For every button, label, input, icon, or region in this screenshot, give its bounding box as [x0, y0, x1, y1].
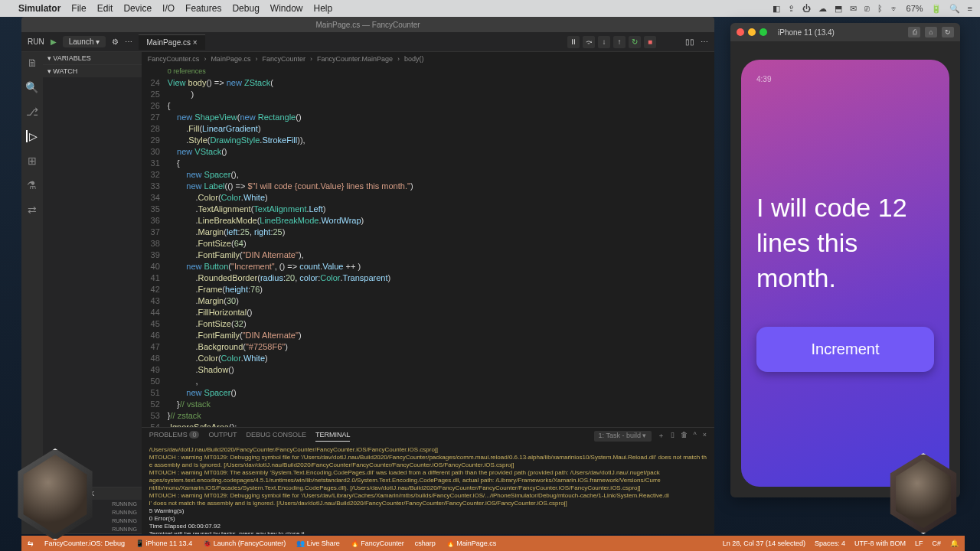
menu-help[interactable]: Help	[314, 3, 333, 14]
debug-stop-icon[interactable]: ■	[644, 36, 656, 48]
status-file[interactable]: 🔥 MainPage.cs	[446, 540, 497, 547]
breadcrumb[interactable]: FancyCounter.cs › MainPage.cs › FancyCou…	[142, 52, 714, 66]
status-launch[interactable]: 🐞 Launch (FancyCounter)	[203, 540, 286, 547]
debug-pause-icon[interactable]: ⏸	[567, 36, 580, 48]
tray-menu-icon[interactable]: ≡	[968, 4, 972, 13]
menu-io[interactable]: I/O	[162, 3, 175, 14]
editor[interactable]: FancyCounter.cs › MainPage.cs › FancyCou…	[142, 52, 714, 534]
trash-icon[interactable]: 🗑	[681, 431, 688, 442]
traffic-lights[interactable]	[737, 28, 767, 36]
status-bar: ⇆ FancyCounter.iOS: Debug 📱 iPhone 11 13…	[21, 536, 965, 551]
status-device[interactable]: 📱 iPhone 11 13.4	[136, 540, 192, 547]
files-icon[interactable]: 🗎	[27, 57, 38, 69]
split-terminal-icon[interactable]: ▯	[671, 431, 675, 442]
status-solution[interactable]: 🔥 FancyCounter	[351, 540, 404, 547]
status-eol[interactable]: LF	[915, 540, 923, 547]
home-icon[interactable]: ⌂	[925, 27, 937, 37]
test-icon[interactable]: ⚗	[27, 179, 37, 191]
menu-edit[interactable]: Edit	[97, 3, 113, 14]
rotate-icon[interactable]: ↻	[942, 27, 954, 37]
status-spaces[interactable]: Spaces: 4	[815, 540, 845, 547]
ide-title: MainPage.cs — FancyCounter	[21, 17, 714, 32]
source-control-icon[interactable]: ⎇	[26, 106, 38, 118]
tray-wifi-icon[interactable]: ᯤ	[890, 4, 899, 13]
status-liveshare[interactable]: 👥 Live Share	[296, 540, 340, 547]
tab-output[interactable]: OUTPUT	[208, 431, 237, 442]
tab-problems[interactable]: PROBLEMS 0	[149, 431, 200, 442]
tray-icon[interactable]: ⇪	[788, 4, 795, 14]
menu-debug[interactable]: Debug	[232, 3, 259, 14]
tray-icon[interactable]: ✉	[850, 4, 857, 14]
debug-restart-icon[interactable]: ↻	[629, 36, 641, 48]
variables-header[interactable]: ▾ VARIABLES	[43, 52, 142, 64]
more-icon[interactable]: ⋯	[125, 37, 132, 46]
tray-icon[interactable]: ⬒	[835, 4, 842, 14]
app-label: I will code 12 lines this month.	[756, 191, 934, 296]
status-lang[interactable]: csharp	[415, 540, 436, 547]
close-icon[interactable]: ×	[703, 431, 707, 442]
menu-features[interactable]: Features	[185, 3, 221, 14]
status-encoding[interactable]: UTF-8 with BOM	[854, 540, 906, 547]
tray-battery: 67%	[906, 4, 923, 13]
simulator-window: iPhone 11 (13.4) ⎙ ⌂ ↻ 4:39 I will code …	[730, 23, 960, 497]
debug-step-over-icon[interactable]: ⤼	[583, 36, 595, 48]
tray-icon[interactable]: ☁	[818, 4, 827, 14]
menubar-app[interactable]: Simulator	[18, 3, 60, 14]
status-cursor[interactable]: Ln 28, Col 37 (14 selected)	[723, 540, 805, 547]
run-label: RUN	[28, 37, 44, 46]
terminal-select[interactable]: 1: Task - build ▾	[594, 431, 652, 442]
new-terminal-icon[interactable]: ＋	[658, 431, 665, 442]
status-project[interactable]: FancyCounter.iOS: Debug	[44, 540, 125, 547]
code-area[interactable]: 0 references24View body() => new ZStack(…	[142, 66, 714, 427]
search-icon[interactable]: 🔍	[25, 81, 38, 93]
remote-icon[interactable]: ⇄	[28, 204, 37, 216]
tray-icon[interactable]: ⏻	[802, 4, 811, 13]
screenshot-icon[interactable]: ⎙	[908, 27, 920, 37]
play-icon[interactable]: ▶	[51, 37, 57, 46]
macos-menubar: Simulator File Edit Device I/O Features …	[0, 0, 980, 17]
tray-search-icon[interactable]: 🔍	[949, 4, 960, 14]
maximize-icon[interactable]: ^	[694, 431, 697, 442]
tray-icon[interactable]: ◧	[773, 4, 780, 14]
sim-clock: 4:39	[756, 75, 934, 83]
tray-icon[interactable]: ⎚	[864, 4, 870, 13]
ide-toolbar: RUN ▶ Launch ▾ ⚙ ⋯ MainPage.cs × ⏸ ⤼ ↓ ↑…	[21, 32, 714, 52]
sim-title: iPhone 11 (13.4)	[778, 28, 835, 37]
debug-icon[interactable]: ▷	[26, 130, 38, 142]
remote-icon[interactable]: ⇆	[28, 540, 34, 547]
launch-select[interactable]: Launch ▾	[63, 36, 106, 47]
terminal-output[interactable]: /Users/dav/dotIJ.nau/Build2020/FancyCoun…	[142, 445, 714, 534]
tray-icon[interactable]: ᛒ	[877, 4, 883, 13]
tab-debug-console[interactable]: DEBUG CONSOLE	[246, 431, 306, 442]
watch-header[interactable]: ▾ WATCH	[43, 65, 142, 77]
status-bell-icon[interactable]: 🔔	[950, 540, 959, 547]
debug-step-in-icon[interactable]: ↓	[598, 36, 610, 48]
increment-button[interactable]: Increment	[756, 327, 934, 372]
tray-battery-icon: 🔋	[931, 4, 942, 14]
tab-terminal[interactable]: TERMINAL	[315, 431, 351, 442]
editor-tab[interactable]: MainPage.cs ×	[139, 34, 204, 50]
status-langmode[interactable]: C#	[932, 540, 941, 547]
menu-device[interactable]: Device	[123, 3, 152, 14]
debug-step-out-icon[interactable]: ↑	[613, 36, 626, 48]
gear-icon[interactable]: ⚙	[112, 37, 119, 46]
sim-screen[interactable]: 4:39 I will code 12 lines this month. In…	[741, 60, 949, 487]
split-icon[interactable]: ▯▯	[685, 37, 694, 46]
menu-file[interactable]: File	[71, 3, 86, 14]
terminal-panel: PROBLEMS 0 OUTPUT DEBUG CONSOLE TERMINAL…	[142, 427, 714, 534]
extensions-icon[interactable]: ⊞	[28, 155, 37, 167]
menu-window[interactable]: Window	[270, 3, 303, 14]
ide-window: MainPage.cs — FancyCounter RUN ▶ Launch …	[21, 17, 714, 534]
more-icon[interactable]: ⋯	[701, 37, 708, 46]
